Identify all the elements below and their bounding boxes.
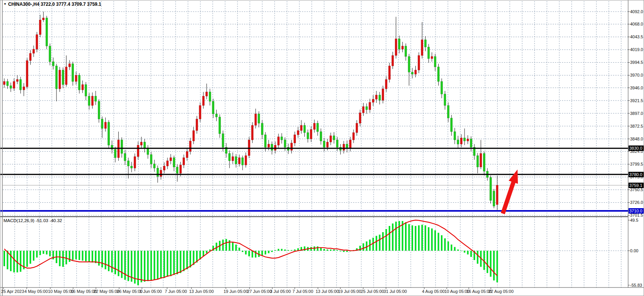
candle xyxy=(75,75,77,81)
macd-bar xyxy=(405,222,407,251)
date-label: 31 Jul 05:00 xyxy=(384,289,407,294)
candle xyxy=(333,136,335,140)
candle xyxy=(108,122,110,145)
candle xyxy=(202,96,204,105)
candle xyxy=(160,170,162,176)
candle xyxy=(454,132,456,140)
macd-bar xyxy=(287,250,289,251)
candle xyxy=(385,79,387,89)
candle xyxy=(147,148,149,154)
candle xyxy=(405,46,407,56)
level-lines-layer xyxy=(0,148,628,211)
macd-bar xyxy=(176,251,178,274)
candle xyxy=(16,79,18,81)
macd-bar xyxy=(242,251,243,252)
macd-bar xyxy=(65,251,67,264)
symbol-dropdown-icon[interactable]: ▼ xyxy=(3,2,7,6)
candle xyxy=(418,55,420,70)
macd-bar xyxy=(362,243,364,251)
candle xyxy=(183,157,185,165)
candle xyxy=(372,99,374,102)
candle xyxy=(29,53,31,61)
candle xyxy=(313,123,315,130)
macd-bar xyxy=(26,251,28,267)
grid-layer xyxy=(3,1,628,287)
macd-indicator-label: MACD(12,26,9) -51.03 -40.32 xyxy=(3,218,62,223)
candle xyxy=(277,137,279,145)
macd-bar xyxy=(265,251,266,255)
chart-canvas[interactable] xyxy=(0,0,644,296)
candle xyxy=(124,154,126,161)
macd-bar xyxy=(216,243,217,251)
candle xyxy=(219,117,221,133)
candle xyxy=(261,123,263,135)
macd-bar xyxy=(438,233,439,251)
macd-bar xyxy=(340,251,341,252)
date-label: 7 Jun 05:00 xyxy=(165,289,187,294)
macd-bar xyxy=(95,251,96,263)
macd-bar xyxy=(304,246,305,251)
macd-bar xyxy=(20,251,21,272)
macd-bar xyxy=(310,247,312,251)
date-label: 19 Jun 05:00 xyxy=(224,289,248,294)
candle xyxy=(199,106,201,119)
macd-bar xyxy=(121,251,123,278)
date-label: 13 Jul 05:00 xyxy=(316,289,339,294)
macd-bar xyxy=(82,251,84,261)
macd-histogram-layer xyxy=(3,221,498,285)
candle xyxy=(265,135,266,147)
macd-bar xyxy=(183,251,184,271)
candle xyxy=(359,113,361,123)
candle xyxy=(255,114,256,125)
macd-bar xyxy=(75,251,77,259)
candle xyxy=(23,87,25,90)
macd-bar xyxy=(111,251,113,272)
candle xyxy=(59,70,61,89)
macd-bar xyxy=(428,227,429,251)
price-tick-label: 3921.5 xyxy=(630,98,643,103)
macd-bar xyxy=(101,251,103,267)
price-tick-label: 3726.0 xyxy=(630,200,643,205)
macd-bar xyxy=(43,251,44,254)
macd-bar xyxy=(167,251,168,277)
candle xyxy=(56,66,58,89)
candle xyxy=(104,122,106,128)
macd-scale-min: -55.83 xyxy=(630,282,642,288)
candle xyxy=(7,82,9,86)
candle xyxy=(212,101,214,114)
candle xyxy=(206,92,208,96)
candle xyxy=(150,154,152,164)
candle xyxy=(460,138,462,144)
macd-scale-zero: 0.00 xyxy=(630,248,638,253)
candle xyxy=(356,123,358,133)
macd-bar xyxy=(294,250,296,251)
macd-bar xyxy=(385,229,387,251)
macd-bar xyxy=(457,250,459,251)
candle xyxy=(72,64,74,82)
candle xyxy=(32,49,34,53)
macd-bar xyxy=(108,251,109,271)
candle xyxy=(167,161,169,166)
date-label: 4 Aug 05:00 xyxy=(422,289,445,294)
candle xyxy=(79,75,80,90)
date-label: 13 Jun 05:00 xyxy=(189,289,214,294)
candle xyxy=(428,47,430,59)
candle xyxy=(209,92,211,101)
macd-bar xyxy=(261,251,263,256)
candle xyxy=(336,140,338,147)
trading-chart-window: ▼CHINA300-,H4 3722.0 3777.4 3709.7 3759.… xyxy=(0,0,644,296)
candle xyxy=(408,56,410,72)
candle xyxy=(3,82,5,85)
macd-bar xyxy=(13,251,15,272)
macd-bar xyxy=(291,250,292,251)
date-label: 16 May 05:00 xyxy=(71,289,97,294)
candle xyxy=(13,82,15,89)
macd-bar xyxy=(366,241,367,251)
macd-bar xyxy=(190,251,191,267)
macd-bar xyxy=(98,251,100,265)
macd-bar xyxy=(382,232,384,251)
macd-bar xyxy=(49,251,51,256)
candle xyxy=(290,143,292,151)
macd-bar xyxy=(389,226,390,251)
candle xyxy=(127,161,129,166)
